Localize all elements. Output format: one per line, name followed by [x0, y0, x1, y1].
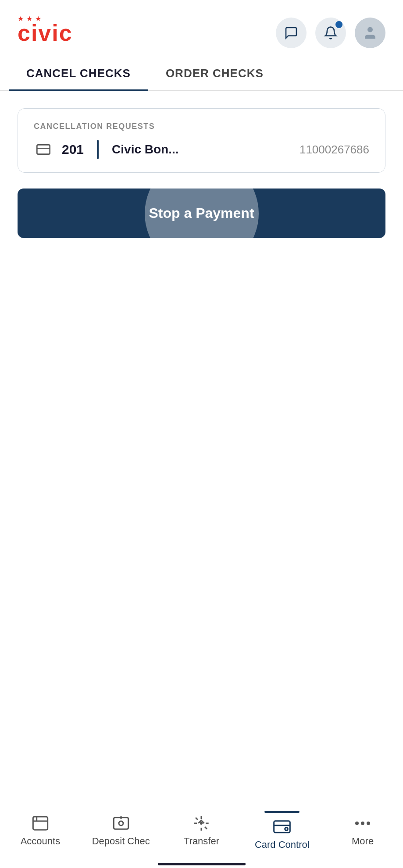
account-number: 201 — [62, 142, 84, 157]
home-indicator — [158, 863, 246, 865]
svg-rect-6 — [114, 818, 128, 829]
chat-button[interactable] — [276, 18, 307, 48]
nav-card-control[interactable]: Card Control — [242, 802, 322, 855]
logo: ★ ★ ★ civic — [18, 20, 73, 46]
more-dots-container — [355, 815, 370, 832]
account-id: 11000267686 — [300, 143, 369, 157]
nav-more[interactable]: More — [322, 802, 403, 855]
header-icons — [276, 18, 385, 48]
avatar-button[interactable] — [355, 18, 385, 48]
notification-dot — [335, 21, 342, 28]
tabs-container: CANCEL CHECKS ORDER CHECKS — [0, 57, 403, 91]
cancellation-card: CANCELLATION REQUESTS 201 Civic Bon... 1… — [18, 108, 385, 173]
tab-cancel-checks[interactable]: CANCEL CHECKS — [9, 57, 148, 90]
credit-card-icon — [34, 142, 53, 157]
more-dot-3 — [367, 822, 370, 825]
bottom-nav: Accounts Deposit Chec Transfer Card Cont… — [0, 802, 403, 868]
nav-more-label: More — [352, 836, 374, 847]
stop-payment-label: Stop a Payment — [149, 205, 254, 221]
card-control-icon — [273, 818, 291, 836]
svg-point-12 — [285, 828, 288, 831]
stop-payment-button[interactable]: Stop a Payment — [18, 189, 385, 238]
svg-point-7 — [119, 821, 123, 825]
avatar-icon — [362, 25, 378, 41]
nav-accounts[interactable]: Accounts — [0, 802, 81, 855]
account-row: 201 Civic Bon... 11000267686 — [34, 140, 369, 159]
more-dot-1 — [355, 822, 359, 825]
nav-transfer[interactable]: Transfer — [161, 802, 242, 855]
notification-icon — [324, 26, 338, 40]
more-dot-2 — [361, 822, 364, 825]
svg-point-9 — [201, 822, 202, 824]
accounts-icon — [32, 815, 49, 832]
main-content: CANCELLATION REQUESTS 201 Civic Bon... 1… — [0, 91, 403, 256]
svg-rect-3 — [33, 817, 47, 830]
divider-bar — [97, 140, 99, 159]
transfer-icon — [193, 815, 210, 832]
svg-point-0 — [367, 27, 373, 32]
logo-text: civic — [18, 20, 73, 46]
chat-icon — [284, 26, 298, 40]
nav-transfer-label: Transfer — [184, 836, 219, 847]
section-label: CANCELLATION REQUESTS — [34, 122, 369, 131]
header: ★ ★ ★ civic — [0, 0, 403, 57]
nav-deposit-label: Deposit Chec — [92, 836, 150, 847]
deposit-check-icon — [112, 815, 130, 832]
card-icon-wrapper — [34, 142, 53, 157]
tab-order-checks[interactable]: ORDER CHECKS — [148, 57, 281, 90]
nav-deposit-check[interactable]: Deposit Chec — [81, 802, 161, 855]
card-control-active-indicator — [264, 811, 300, 813]
nav-accounts-label: Accounts — [21, 836, 61, 847]
notification-button[interactable] — [315, 18, 346, 48]
svg-rect-10 — [274, 821, 290, 833]
nav-card-control-label: Card Control — [255, 839, 310, 850]
svg-rect-1 — [37, 145, 50, 154]
account-name: Civic Bon... — [112, 142, 178, 157]
